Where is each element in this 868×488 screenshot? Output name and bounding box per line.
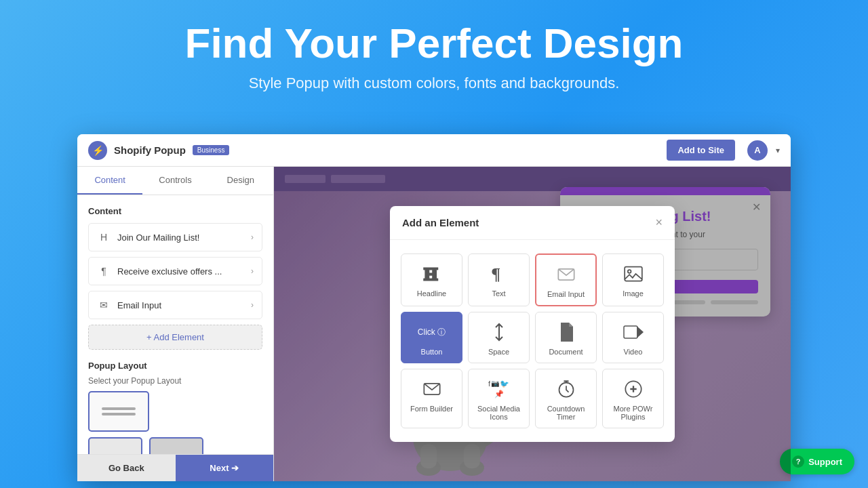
content-section-label: Content [88, 206, 262, 216]
color-bg-swatch [88, 437, 142, 454]
svg-rect-6 [624, 326, 637, 338]
tab-design[interactable]: Design [208, 167, 273, 195]
document-element-icon [558, 322, 574, 342]
element-video-label: Video [624, 348, 643, 356]
button-element-icon: Click ⓘ [418, 322, 446, 342]
select-layout-label: Select your Popup Layout [88, 376, 262, 386]
add-to-site-button[interactable]: Add to Site [667, 140, 735, 161]
social-media-element-icon: f📷🐦📌 [488, 379, 510, 399]
preview-area: ✕ Join Our Mailing List! Receive exclusi… [274, 167, 791, 481]
element-text-label: Text [492, 289, 505, 298]
svg-text:¶: ¶ [491, 264, 500, 283]
support-icon: ? [792, 455, 804, 468]
headline-element-icon: H [422, 264, 441, 284]
space-element-icon [492, 322, 506, 342]
next-button[interactable]: Next ➔ [176, 455, 274, 481]
element-social-media[interactable]: f📷🐦📌 Social Media Icons [468, 369, 530, 428]
svg-point-4 [627, 270, 631, 273]
more-plugins-element-icon [624, 379, 643, 399]
tab-controls[interactable]: Controls [142, 167, 208, 195]
element-video[interactable]: Video [602, 312, 664, 363]
modal-title: Add an Element [402, 217, 479, 228]
element-email-label: Email Input [547, 290, 585, 298]
sidebar-tabs: Content Controls Design [77, 167, 273, 195]
popup-layout-section: Popup Layout Select your Popup Layout [88, 361, 262, 432]
content-item-email-label: Email Input [117, 300, 251, 310]
text-element-icon: ¶ [490, 264, 509, 284]
email-icon: ✉ [97, 298, 111, 312]
element-more-plugins[interactable]: More POWr Plugins [602, 369, 664, 428]
content-item-arrow: › [251, 232, 254, 242]
image-bg-item[interactable]: Image Background [148, 437, 205, 454]
layout-option-1[interactable] [88, 391, 149, 432]
element-countdown-label: Countdown Timer [541, 405, 591, 421]
modal-close-icon[interactable]: × [655, 216, 663, 230]
nav-avatar: A [747, 140, 768, 161]
image-bg-swatch [149, 437, 203, 454]
element-button[interactable]: Click ⓘ Button [401, 312, 462, 363]
element-headline-label: Headline [417, 289, 446, 298]
content-item-headline-label: Join Our Mailing List! [117, 232, 251, 243]
form-builder-element-icon [422, 379, 441, 399]
go-back-button[interactable]: Go Back [77, 455, 176, 481]
element-form-builder-label: Form Builder [410, 405, 453, 413]
add-element-label: + Add Element [146, 332, 204, 342]
text-icon: ¶ [97, 264, 111, 278]
element-social-label: Social Media Icons [474, 405, 524, 421]
support-button[interactable]: ? Support [780, 449, 854, 474]
headline-icon: H [97, 230, 111, 244]
element-image[interactable]: Image [602, 253, 664, 306]
sidebar-bottom-buttons: Go Back Next ➔ [77, 454, 273, 481]
modal-header: Add an Element × [390, 206, 675, 240]
top-nav: ⚡ Shopify Popup Business Add to Site A ▾ [77, 134, 791, 167]
content-item-headline[interactable]: H Join Our Mailing List! › [88, 223, 262, 251]
nav-chevron-icon: ▾ [776, 146, 780, 155]
element-text[interactable]: ¶ Text [468, 253, 530, 306]
layout-line [102, 407, 136, 410]
content-item-email-arrow: › [251, 300, 254, 310]
hero-section: Find Your Perfect Design Style Popup wit… [0, 0, 868, 106]
popup-layout-label: Popup Layout [88, 361, 262, 371]
content-item-text-arrow: › [251, 266, 254, 276]
hero-subtitle: Style Popup with custom colors, fonts an… [14, 75, 854, 92]
element-form-builder[interactable]: Form Builder [401, 369, 462, 428]
element-more-plugins-label: More POWr Plugins [608, 405, 658, 421]
nav-logo: ⚡ [88, 141, 107, 160]
email-element-icon [557, 264, 576, 285]
element-email-input[interactable]: Email Input [535, 253, 597, 306]
countdown-element-icon [557, 379, 576, 399]
svg-marker-7 [637, 327, 643, 337]
hero-title: Find Your Perfect Design [14, 20, 854, 66]
main-layout: Content Controls Design Content H Join O… [77, 167, 791, 481]
color-bg-item[interactable]: Color Background [88, 437, 142, 454]
sidebar-content-area: Content H Join Our Mailing List! › ¶ Rec… [77, 195, 273, 454]
tab-content[interactable]: Content [77, 167, 142, 195]
element-grid: H Headline ¶ Text [401, 253, 664, 428]
element-space-label: Space [488, 348, 509, 356]
element-space[interactable]: Space [468, 312, 530, 363]
image-element-icon [624, 264, 643, 284]
content-item-email[interactable]: ✉ Email Input › [88, 291, 262, 319]
sidebar: Content Controls Design Content H Join O… [77, 167, 274, 481]
add-element-button[interactable]: + Add Element [88, 325, 262, 350]
element-button-label: Button [421, 348, 443, 356]
element-countdown[interactable]: Countdown Timer [535, 369, 597, 428]
nav-title: Shopify Popup [114, 144, 186, 156]
support-label: Support [808, 457, 842, 467]
content-item-text-label: Receive exclusive offers ... [117, 266, 251, 277]
video-element-icon [623, 322, 644, 342]
svg-text:H: H [424, 264, 437, 283]
nav-badge: Business [193, 145, 230, 155]
element-headline[interactable]: H Headline [401, 253, 462, 306]
element-document[interactable]: Document [535, 312, 597, 363]
add-element-modal: Add an Element × H Headline [390, 206, 675, 442]
modal-overlay: Add an Element × H Headline [274, 167, 791, 481]
element-document-label: Document [549, 348, 583, 356]
svg-rect-3 [625, 267, 642, 281]
color-bg-options: Color Background Image Background [88, 437, 262, 454]
layout-line [102, 413, 136, 415]
modal-body: H Headline ¶ Text [390, 240, 675, 442]
layout-options [88, 391, 262, 432]
content-item-text[interactable]: ¶ Receive exclusive offers ... › [88, 257, 262, 285]
element-image-label: Image [623, 289, 644, 298]
